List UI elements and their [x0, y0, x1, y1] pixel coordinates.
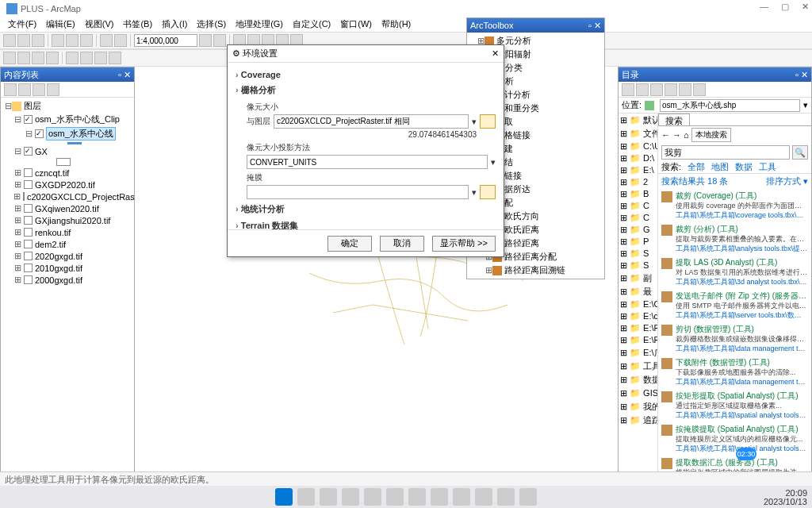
search-button[interactable]: 🔍	[792, 145, 808, 160]
toolbox-item[interactable]: 路径距离分配	[504, 251, 557, 263]
menu-insert[interactable]: 插入(I)	[159, 17, 190, 32]
toolbox-item[interactable]: 计分析	[504, 89, 530, 101]
layer-checkbox[interactable]	[24, 275, 33, 284]
dropdown-icon[interactable]: ▾	[491, 157, 496, 167]
catalog-tree-item[interactable]: ⊞ 📁 数据库	[619, 373, 657, 387]
new-icon[interactable]	[3, 34, 16, 47]
catalog-tree-item[interactable]: ⊞ 📁 E:\	[619, 164, 657, 176]
browse-button[interactable]	[480, 114, 496, 129]
paste-icon[interactable]	[80, 34, 93, 47]
undo-icon[interactable]	[100, 34, 113, 47]
proj-method-select[interactable]	[247, 155, 488, 169]
catalog-tree-item[interactable]: ⊞ 📁 文件夹	[619, 127, 657, 140]
tree-layer[interactable]: GXqiwen2020.tif	[35, 204, 99, 214]
tree-icon[interactable]	[679, 83, 691, 96]
menu-file[interactable]: 文件(F)	[5, 17, 40, 32]
result-path[interactable]: 工具箱\系统工具箱\analysis tools.tbx\提取分...	[676, 244, 808, 254]
expander-icon[interactable]: ⊟	[13, 114, 21, 125]
dialog-close-icon[interactable]: ✕	[492, 48, 499, 59]
toolbox-item[interactable]: 据所达	[504, 183, 530, 195]
start-button[interactable]	[275, 488, 293, 506]
symbol-swatch[interactable]	[56, 158, 71, 166]
cut-icon[interactable]	[52, 34, 64, 47]
ok-button[interactable]: 确定	[327, 236, 372, 252]
browse-button[interactable]	[480, 185, 496, 199]
connect-icon[interactable]	[636, 83, 649, 96]
layer-checkbox[interactable]	[24, 216, 33, 225]
zoomin-icon[interactable]	[3, 52, 16, 64]
filter-4[interactable]: 工具	[759, 161, 776, 173]
env-cat-raster-analysis[interactable]: 栅格分析	[236, 82, 496, 98]
catalog-tree-item[interactable]: ⊞ 📁 副	[619, 271, 657, 285]
expander-icon[interactable]: ⊞	[13, 263, 21, 273]
catalog-tree-item[interactable]: ⊞ 📁 2	[619, 176, 657, 188]
expander-icon[interactable]: ⊟	[25, 129, 33, 139]
full-extent-icon[interactable]	[46, 52, 59, 64]
env-cat-terrain[interactable]: Terrain 数据集	[236, 217, 496, 229]
maximize-button[interactable]: ▢	[781, 2, 789, 12]
find-icon[interactable]	[109, 52, 121, 64]
menu-view[interactable]: 视图(V)	[82, 17, 117, 32]
copy-icon[interactable]	[66, 34, 79, 47]
search-result[interactable]: 提取 LAS (3D Analyst) (工具) 对 LAS 数据集引用的系统数…	[661, 257, 808, 287]
tree-group[interactable]: osm_水系中心线_Clip	[35, 114, 120, 125]
menu-window[interactable]: 窗口(W)	[337, 17, 375, 32]
result-path[interactable]: 工具箱\系统工具箱\data management tools...	[676, 344, 808, 354]
system-clock[interactable]: 20:09 2023/10/13	[764, 489, 807, 506]
save-icon[interactable]	[32, 34, 44, 47]
result-sort[interactable]: 排序方式 ▾	[766, 175, 808, 187]
taskbar[interactable]	[0, 486, 812, 508]
nav-forward-icon[interactable]: →	[672, 130, 681, 140]
catalog-tree-item[interactable]: ⊞ 📁 S	[619, 260, 657, 271]
catalog-tree-item[interactable]: ⊞ 📁 GIS 服务	[619, 387, 657, 400]
env-cat-geostat[interactable]: 地统计分析	[236, 201, 496, 217]
taskbar-app[interactable]	[297, 488, 315, 506]
taskbar-app[interactable]	[453, 488, 470, 506]
expander-icon[interactable]: ⊞	[13, 203, 21, 214]
tree-layer-active[interactable]: osm_水系中心线	[46, 127, 116, 140]
expander-icon[interactable]: ⊞	[13, 191, 21, 202]
menu-geoprocessing[interactable]: 地理处理(G)	[232, 17, 286, 32]
nav-back-icon[interactable]: ←	[661, 130, 670, 140]
filter-1[interactable]: 全部	[688, 161, 705, 173]
catalog-tree-item[interactable]: ⊞ 📁 D:\	[619, 152, 657, 164]
env-cat-coverage[interactable]: Coverage	[236, 67, 496, 82]
menu-bookmarks[interactable]: 书签(B)	[120, 17, 155, 32]
toc-close-icon[interactable]: ▫ ✕	[118, 70, 131, 80]
filter-3[interactable]: 数据	[735, 161, 753, 173]
result-title[interactable]: 裁剪 (分析) (工具)	[676, 224, 808, 235]
result-path[interactable]: 工具箱\系统工具箱\data management tools...	[676, 377, 808, 387]
scope-dropdown[interactable]: 本地搜索	[691, 128, 731, 142]
list-by-visibility-icon[interactable]	[33, 83, 45, 96]
catalog-tree-item[interactable]: ⊞ 📁 E:\C	[619, 298, 657, 310]
measure-icon[interactable]	[94, 52, 107, 64]
expander-icon[interactable]: ⊟	[4, 101, 12, 111]
toolbox-item[interactable]: 结	[504, 156, 513, 168]
taskbar-app[interactable]	[320, 488, 337, 506]
cancel-button[interactable]: 取消	[380, 236, 424, 252]
search-result[interactable]: 发送电子邮件 (附 Zip 文件) (服务器) (工具) 使用 SMTP 电子邮…	[661, 291, 808, 321]
add-data-icon[interactable]	[213, 34, 226, 47]
expander-icon[interactable]: ⊟	[13, 146, 21, 156]
search-result[interactable]: 剪切 (数据管理) (工具) 裁剪栅格数据集或镶嵌数据集设像移得到形状... 工…	[661, 324, 808, 354]
tree-group[interactable]: GX	[35, 147, 48, 156]
dropdown-icon[interactable]: ▾	[472, 187, 477, 198]
taskbar-app[interactable]	[408, 488, 426, 506]
redo-icon[interactable]	[114, 34, 127, 47]
taskbar-app[interactable]	[364, 488, 381, 506]
minimize-button[interactable]: —	[760, 2, 768, 12]
refresh-icon[interactable]	[199, 34, 212, 47]
result-title[interactable]: 下载附件 (数据管理) (工具)	[676, 357, 808, 368]
catalog-tree-item[interactable]: ⊞ 📁 B	[619, 188, 657, 200]
tree-root[interactable]: 图层	[24, 100, 41, 112]
dropdown-icon[interactable]: ▾	[472, 117, 477, 127]
arctoolbox-close-icon[interactable]: ▫ ✕	[588, 21, 601, 31]
tab-search[interactable]: 搜索	[658, 114, 690, 125]
tree-layer[interactable]: 2000gxgd.tif	[35, 275, 82, 285]
taskbar-app[interactable]	[342, 488, 359, 506]
taskbar-app[interactable]	[386, 488, 404, 506]
catalog-tree-item[interactable]: ⊞ 📁 E:\cz	[619, 310, 657, 322]
expander-icon[interactable]: ⊞	[13, 239, 21, 249]
search-result[interactable]: 下载附件 (数据管理) (工具) 下载影像服务或地图服务器中的清除... 工具箱…	[661, 357, 808, 387]
layer-checkbox[interactable]	[24, 228, 33, 237]
